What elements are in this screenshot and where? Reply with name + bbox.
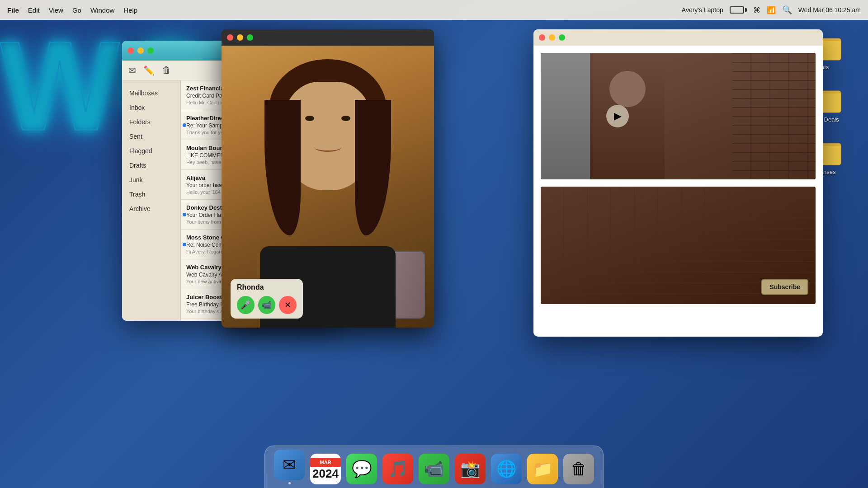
youtube-titlebar: [533, 29, 823, 46]
spotlight-search-icon[interactable]: 🔍: [782, 5, 792, 15]
dock-trash-icon: 🗑: [563, 454, 594, 484]
sidebar-item-folders[interactable]: Folders: [122, 115, 180, 129]
video-thumbnail-right: [665, 53, 816, 179]
menubar: File Edit View Go Window Help Avery's La…: [0, 0, 868, 20]
dock-music[interactable]: 🎵: [382, 454, 413, 484]
mail-close-button[interactable]: [127, 47, 134, 54]
wifi-icon: 📶: [767, 6, 776, 14]
dock-mail-icon: ✉: [274, 450, 305, 480]
video-toggle-button[interactable]: 📹: [258, 296, 276, 314]
facetime-controls: 🎤 📹 ✕: [237, 296, 297, 314]
dock-mail-dot: [288, 482, 291, 484]
youtube-content: ▶ Subscribe: [533, 46, 823, 311]
dock-messages-icon: 💬: [346, 454, 377, 484]
play-button[interactable]: ▶: [606, 105, 629, 127]
youtube-minimize-button[interactable]: [549, 34, 555, 41]
dock-facetime[interactable]: 📹: [419, 454, 449, 484]
dock-music-icon: 🎵: [382, 454, 413, 484]
computer-name: Avery's Laptop: [682, 6, 723, 14]
mail-compose-icon[interactable]: ✏️: [143, 65, 155, 76]
sidebar-item-flagged[interactable]: Flagged: [122, 144, 180, 158]
menu-file[interactable]: File: [7, 6, 19, 14]
facetime-titlebar: [222, 29, 434, 46]
menu-edit[interactable]: Edit: [28, 6, 40, 14]
mail-maximize-button[interactable]: [147, 47, 154, 54]
subscribe-button[interactable]: Subscribe: [761, 279, 808, 295]
sidebar-item-trash[interactable]: Trash: [122, 187, 180, 202]
dock-calendar-icon: MAR 2024: [310, 454, 341, 484]
facetime-window: Rhonda 🎤 📹 ✕: [222, 29, 434, 328]
unread-dot-5: [183, 243, 186, 246]
dock-camera-icon: 📸: [455, 454, 486, 484]
dock-messages[interactable]: 💬: [346, 454, 377, 484]
battery-indicator: [730, 6, 747, 14]
dock-files-icon: 📁: [527, 454, 558, 484]
sidebar-item-junk[interactable]: Junk: [122, 173, 180, 187]
rhonda-overlay: Rhonda 🎤 📹 ✕: [231, 279, 303, 319]
dock-mail[interactable]: ✉: [274, 450, 305, 484]
youtube-maximize-button[interactable]: [559, 34, 565, 41]
menubar-left: File Edit View Go Window Help: [7, 6, 137, 14]
desktop: WO File Edit View Go Window Help Avery's…: [0, 0, 868, 488]
sidebar-item-drafts[interactable]: Drafts: [122, 158, 180, 173]
sidebar-item-mailboxes[interactable]: Mailboxes: [122, 86, 180, 100]
dock: ✉ MAR 2024 💬 🎵 📹: [264, 446, 604, 488]
sidebar-item-sent[interactable]: Sent: [122, 129, 180, 144]
menu-go[interactable]: Go: [72, 6, 81, 14]
menu-window[interactable]: Window: [90, 6, 114, 14]
mute-button[interactable]: 🎤: [237, 296, 255, 314]
mail-inbox-icon[interactable]: ✉: [128, 65, 136, 76]
bluetooth-icon: ⌘: [753, 6, 760, 14]
facetime-close-button[interactable]: [227, 34, 233, 41]
datetime: Wed Mar 06 10:25 am: [798, 6, 861, 14]
dock-browser-icon: 🌐: [491, 454, 522, 484]
video-thumbnail-left: [541, 53, 665, 179]
facetime-minimize-button[interactable]: [237, 34, 243, 41]
unread-dot-4: [183, 213, 186, 216]
menu-help[interactable]: Help: [123, 6, 137, 14]
unread-dot-1: [183, 123, 186, 127]
dock-calendar[interactable]: MAR 2024: [310, 454, 341, 484]
mail-delete-icon[interactable]: 🗑: [162, 65, 171, 75]
mail-sidebar: Mailboxes Inbox Folders Sent Flagged Dra…: [122, 80, 181, 321]
youtube-close-button[interactable]: [539, 34, 545, 41]
dock-facetime-icon: 📹: [419, 454, 449, 484]
dock-files[interactable]: 📁: [527, 454, 558, 484]
caller-name: Rhonda: [237, 283, 297, 291]
facetime-maximize-button[interactable]: [247, 34, 253, 41]
menubar-right: Avery's Laptop ⌘ 📶 🔍 Wed Mar 06 10:25 am: [682, 5, 861, 15]
dock-camera[interactable]: 📸: [455, 454, 486, 484]
sidebar-item-inbox[interactable]: Inbox: [122, 100, 180, 115]
menu-view[interactable]: View: [49, 6, 63, 14]
dock-trash[interactable]: 🗑: [563, 454, 594, 484]
youtube-window: ▶ Subscribe: [533, 29, 823, 337]
mail-minimize-button[interactable]: [137, 47, 144, 54]
video-area: ▶: [541, 53, 816, 179]
facetime-video-area: Rhonda 🎤 📹 ✕: [222, 46, 434, 328]
sidebar-item-archive[interactable]: Archive: [122, 202, 180, 216]
dock-browser[interactable]: 🌐: [491, 454, 522, 484]
end-call-button[interactable]: ✕: [279, 296, 297, 314]
